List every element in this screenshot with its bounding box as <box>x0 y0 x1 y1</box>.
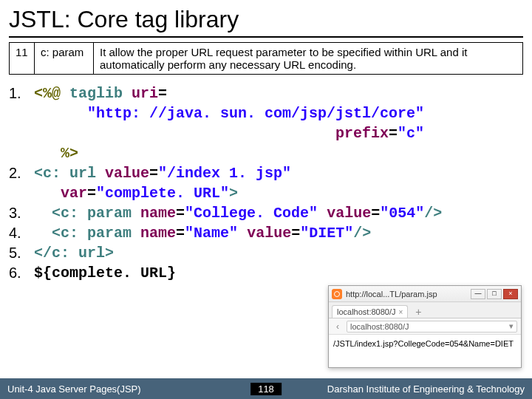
code-line: 5. </c: url> <box>9 243 523 263</box>
code-body: prefix="c" <box>34 123 523 143</box>
code-line: 4. <c: param name="Name" value="DIET"/> <box>9 223 523 243</box>
footer-left: Unit-4 Java Server Pages(JSP) <box>0 383 141 395</box>
browser-tabstrip: localhost:8080/J × + <box>329 302 521 318</box>
browser-titlebar: http://local...TL/param.jsp — □ × <box>329 286 521 302</box>
code-line: var="complete. URL"> <box>9 183 523 203</box>
footer-page: 118 <box>250 383 282 395</box>
slide: JSTL: Core tag library 11 c: param It al… <box>0 0 532 399</box>
url-text: localhost:8080/J <box>350 322 409 331</box>
lineno <box>9 183 34 203</box>
lineno: 1. <box>9 83 34 103</box>
code-line: %> <box>9 143 523 163</box>
cell-tag: c: param <box>35 43 94 75</box>
lineno: 5. <box>9 243 34 263</box>
code-body: <c: param name="College. Code" value="05… <box>34 203 523 223</box>
code-body: </c: url> <box>34 243 523 263</box>
code-line: 6. ${complete. URL} <box>9 263 523 283</box>
code-body: <c: param name="Name" value="DIET"/> <box>34 223 523 243</box>
lineno <box>9 123 34 143</box>
code-line: 1. <%@ taglib uri= <box>9 83 523 103</box>
title-underline <box>9 36 523 38</box>
lineno <box>9 103 34 123</box>
code-line: 2. <c: url value="/index 1. jsp" <box>9 163 523 183</box>
code-body: "http: //java. sun. com/jsp/jstl/core" <box>34 103 523 123</box>
code-line: "http: //java. sun. com/jsp/jstl/core" <box>9 103 523 123</box>
firefox-icon <box>332 289 342 299</box>
cell-index: 11 <box>10 43 35 75</box>
code-body: <%@ taglib uri= <box>34 83 523 103</box>
back-button[interactable]: ‹ <box>332 321 343 332</box>
code-line: prefix="c" <box>9 123 523 143</box>
lineno: 2. <box>9 163 34 183</box>
browser-tab[interactable]: localhost:8080/J × <box>332 305 408 318</box>
new-tab-button[interactable]: + <box>412 306 424 318</box>
definition-table: 11 c: param It allow the proper URL requ… <box>9 42 523 75</box>
close-button[interactable]: × <box>503 289 518 299</box>
code-line: 3. <c: param name="College. Code" value=… <box>9 203 523 223</box>
window-title: http://local...TL/param.jsp <box>346 290 469 299</box>
browser-viewport: /JSTL/index1.jsp?CollegeCode=054&Name=DI… <box>329 335 521 352</box>
lineno: 4. <box>9 223 34 243</box>
tab-close-icon[interactable]: × <box>399 308 403 316</box>
lineno <box>9 143 34 163</box>
minimize-button[interactable]: — <box>471 289 485 299</box>
code-body: ${complete. URL} <box>34 263 523 283</box>
dropdown-icon[interactable]: ▾ <box>509 321 514 331</box>
code-body: var="complete. URL"> <box>34 183 523 203</box>
address-bar[interactable]: localhost:8080/J ▾ <box>347 321 517 332</box>
cell-description: It allow the proper URL request paramete… <box>94 43 523 75</box>
code-block: 1. <%@ taglib uri= "http: //java. sun. c… <box>9 83 523 283</box>
code-body: %> <box>34 143 523 163</box>
maximize-button[interactable]: □ <box>487 289 502 299</box>
code-body: <c: url value="/index 1. jsp" <box>34 163 523 183</box>
slide-footer: Unit-4 Java Server Pages(JSP) 118 Darsha… <box>0 378 532 399</box>
browser-window: http://local...TL/param.jsp — □ × localh… <box>328 285 522 368</box>
lineno: 6. <box>9 263 34 283</box>
page-title: JSTL: Core tag library <box>9 6 523 33</box>
lineno: 3. <box>9 203 34 223</box>
browser-toolbar: ‹ localhost:8080/J ▾ <box>329 318 521 335</box>
tab-label: localhost:8080/J <box>337 307 396 316</box>
table-row: 11 c: param It allow the proper URL requ… <box>10 43 523 75</box>
footer-right: Darshan Institute of Engineering & Techn… <box>327 383 532 395</box>
